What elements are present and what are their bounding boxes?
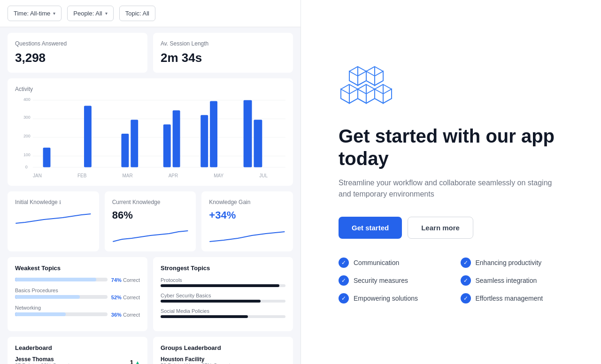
filter-bar: Time: All-time ▾ People: All ▾ Topic: Al… (0, 0, 300, 27)
svg-rect-11 (84, 106, 92, 167)
questions-answered-value: 3,298 (15, 51, 140, 65)
feature-check-icon: ✓ (461, 258, 471, 268)
current-knowledge-card: Current Knowledge 86% (105, 191, 196, 251)
svg-marker-37 (366, 71, 375, 85)
time-filter[interactable]: Time: All-time ▾ (8, 6, 62, 21)
svg-marker-38 (375, 71, 383, 85)
topic-row: Networking 36% Correct (15, 305, 140, 318)
feature-item: ✓ Enhancing productivity (461, 258, 564, 268)
logo-icon (339, 61, 395, 108)
current-knowledge-value: 86% (112, 209, 189, 221)
strongest-bar-bg (161, 300, 285, 303)
knowledge-gain-value: +34% (209, 209, 285, 221)
leaderboard-item: Jesse Thomas 37 Points · 98% Correct 1 ▲ (15, 356, 140, 364)
strongest-bar-bg (161, 315, 285, 318)
weakest-topics-title: Weakest Topics (15, 265, 140, 272)
stats-row: Questions Answered 3,298 Av. Session Len… (0, 27, 300, 73)
topic-bar-light (15, 278, 96, 281)
left-panel: Time: All-time ▾ People: All ▾ Topic: Al… (0, 0, 300, 364)
leaderboard-card: Leaderboard Jesse Thomas 37 Points · 98%… (8, 337, 147, 364)
feature-item: ✓ Communication (339, 258, 442, 268)
feature-label: Seamless integration (476, 277, 537, 284)
strongest-topic-name: Protocols (161, 277, 285, 283)
lb-rank: 1 ▲ (130, 359, 140, 364)
av-session-label: Av. Session Length (161, 40, 285, 47)
svg-marker-34 (358, 71, 366, 85)
right-panel: Get started with our app today Streamlin… (300, 0, 601, 364)
av-session-card: Av. Session Length 2m 34s (153, 33, 293, 73)
knowledge-gain-chart (209, 225, 285, 244)
knowledge-gain-card: Knowledge Gain +34% (201, 191, 293, 251)
strongest-topic-name: Cyber Security Basics (161, 293, 285, 298)
svg-marker-21 (341, 89, 349, 103)
current-knowledge-chart (112, 225, 189, 244)
topic-bar-light (15, 312, 66, 316)
svg-marker-29 (375, 89, 383, 103)
groups-leaderboard-card: Groups Leaderboard Houston Facility 52 P… (153, 337, 293, 364)
svg-rect-14 (163, 124, 171, 167)
time-filter-label: Time: All-time (14, 10, 50, 17)
leaderboard-title: Leaderboard (15, 344, 140, 351)
svg-text:300: 300 (23, 115, 31, 120)
svg-marker-22 (349, 89, 358, 103)
feature-check-icon: ✓ (461, 275, 471, 286)
questions-answered-label: Questions Answered (15, 40, 140, 47)
weakest-topics-card: Weakest Topics 74% Correct Basics Proced… (8, 257, 147, 331)
feature-check-icon: ✓ (339, 258, 349, 268)
topic-bar-bg (15, 312, 108, 316)
groups-leaderboard-title: Groups Leaderboard (161, 344, 285, 351)
svg-marker-33 (349, 71, 358, 85)
strongest-bar-bg (161, 284, 285, 287)
topic-pct: 74% Correct (111, 277, 140, 283)
svg-marker-25 (358, 89, 366, 103)
feature-label: Effortless management (476, 295, 543, 302)
feature-label: Enhancing productivity (476, 259, 542, 266)
app-logo (339, 61, 563, 110)
svg-text:0: 0 (25, 165, 28, 169)
activity-card: Activity 400 300 200 100 0 (8, 78, 293, 186)
learn-more-button[interactable]: Learn more (408, 217, 473, 239)
initial-knowledge-label: Initial Knowledge ℹ (15, 199, 92, 205)
feature-check-icon: ✓ (339, 275, 349, 286)
feature-label: Communication (354, 259, 399, 266)
rank-up-icon: ▲ (135, 360, 140, 364)
activity-chart: 400 300 200 100 0 (15, 96, 285, 171)
questions-answered-card: Questions Answered 3,298 (8, 33, 147, 73)
leaderboard-section: Leaderboard Jesse Thomas 37 Points · 98%… (0, 331, 300, 364)
topic-name: Networking (15, 305, 140, 311)
svg-text:400: 400 (23, 97, 31, 102)
svg-text:200: 200 (23, 134, 31, 138)
strongest-topic-name: Social Media Policies (161, 308, 285, 314)
strongest-bar-fill (161, 284, 279, 287)
svg-rect-19 (254, 120, 262, 167)
people-filter-label: People: All (73, 10, 102, 17)
get-started-button[interactable]: Get started (339, 217, 402, 239)
svg-rect-15 (173, 110, 180, 167)
feature-item: ✓ Seamless integration (461, 275, 564, 286)
topic-row: 74% Correct (15, 277, 140, 283)
activity-label: Activity (15, 86, 285, 92)
topic-filter[interactable]: Topic: All (119, 6, 155, 21)
topic-filter-label: Topic: All (125, 10, 149, 17)
feature-item: ✓ Empowering solutions (339, 293, 442, 303)
feature-check-icon: ✓ (461, 293, 471, 303)
strongest-bar-fill (161, 300, 261, 303)
lb-name: Houston Facility (161, 356, 231, 363)
strongest-bar-fill (161, 315, 248, 318)
strongest-topics-card: Strongest Topics Protocols Cyber Securit… (153, 257, 293, 331)
initial-knowledge-card: Initial Knowledge ℹ (8, 191, 99, 251)
svg-rect-16 (200, 115, 208, 167)
promo-subtitle: Streamline your workflow and collaborate… (339, 177, 563, 200)
activity-chart-svg: 400 300 200 100 0 (15, 96, 285, 171)
cta-buttons: Get started Learn more (339, 217, 563, 239)
feature-check-icon: ✓ (339, 293, 349, 303)
topic-bar-bg (15, 278, 108, 281)
groups-leaderboard-item: Houston Facility 52 Points / User · 97% … (161, 356, 285, 364)
time-filter-chevron: ▾ (53, 11, 55, 16)
people-filter-chevron: ▾ (105, 11, 108, 16)
people-filter[interactable]: People: All ▾ (67, 6, 113, 21)
svg-rect-13 (131, 120, 138, 167)
svg-marker-30 (383, 89, 392, 103)
strongest-topic-row: Cyber Security Basics (161, 293, 285, 303)
chart-x-labels: JAN FEB MAR APR MAY JUL (15, 173, 285, 178)
